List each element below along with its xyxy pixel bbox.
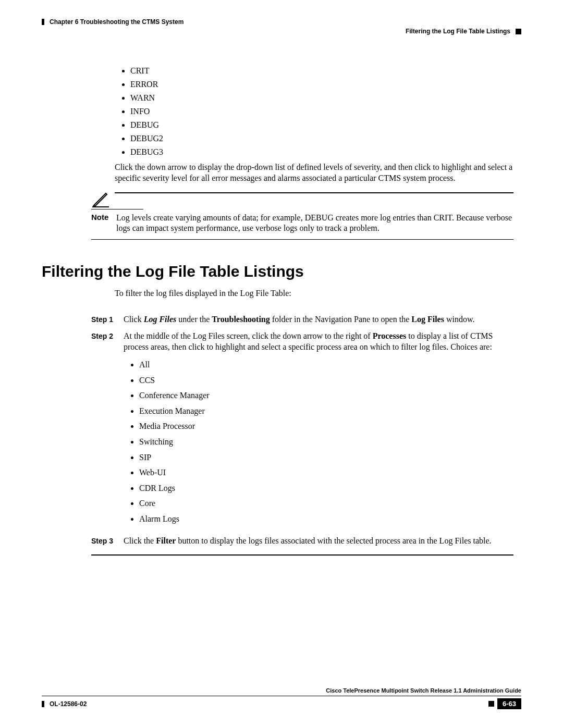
text-bold: Log Files bbox=[411, 315, 444, 324]
list-item: Media Processor bbox=[139, 421, 513, 432]
text: button to display the logs files associa… bbox=[176, 536, 491, 545]
intro-paragraph: To filter the log files displayed in the… bbox=[115, 289, 513, 298]
severity-list: CRIT ERROR WARN INFO DEBUG DEBUG2 DEBUG3 bbox=[115, 66, 513, 157]
divider bbox=[115, 192, 513, 193]
note-pencil-icon bbox=[91, 189, 110, 208]
section-ref-label: Filtering the Log File Table Listings bbox=[406, 28, 510, 35]
footer-ol: OL-12586-02 bbox=[42, 700, 87, 708]
step-body: Click Log Files under the Troubleshootin… bbox=[124, 314, 513, 325]
text-bold: Filter bbox=[156, 536, 176, 545]
severity-paragraph: Click the down arrow to display the drop… bbox=[115, 162, 513, 184]
step-body: At the middle of the Log Files screen, c… bbox=[124, 330, 513, 530]
step-2: Step 2 At the middle of the Log Files sc… bbox=[91, 330, 513, 530]
section-heading: Filtering the Log File Table Listings bbox=[42, 263, 521, 280]
footer: Cisco TelePresence Multipoint Switch Rel… bbox=[42, 687, 521, 709]
list-item: DEBUG3 bbox=[130, 147, 513, 157]
text: folder in the Navigation Pane to open th… bbox=[270, 315, 411, 324]
text-bolditalic: Log Files bbox=[144, 315, 177, 324]
footer-square-icon bbox=[488, 701, 494, 707]
list-item: Conference Manager bbox=[139, 390, 513, 401]
text: At the middle of the Log Files screen, c… bbox=[124, 331, 373, 340]
header-bar-icon bbox=[42, 19, 44, 25]
note-rule-top bbox=[91, 209, 143, 209]
list-item: DEBUG bbox=[130, 120, 513, 130]
header-section-ref: Filtering the Log File Table Listings bbox=[42, 28, 521, 35]
text: under the bbox=[176, 315, 212, 324]
text: window. bbox=[444, 315, 475, 324]
header-chapter: Chapter 6 Troubleshooting the CTMS Syste… bbox=[42, 18, 521, 26]
footer-page-wrap: 6-63 bbox=[488, 698, 521, 709]
list-item: Core bbox=[139, 498, 513, 509]
note-label: Note bbox=[91, 213, 116, 221]
step-label: Step 2 bbox=[91, 330, 124, 341]
note-text: Log levels create varying amounts of dat… bbox=[116, 213, 513, 235]
note-rule-bottom bbox=[91, 239, 513, 240]
divider bbox=[91, 554, 513, 556]
step-body: Click the Filter button to display the l… bbox=[124, 535, 513, 547]
chapter-label: Chapter 6 Troubleshooting the CTMS Syste… bbox=[50, 18, 183, 26]
list-item: SIP bbox=[139, 452, 513, 463]
list-item: INFO bbox=[130, 107, 513, 116]
list-item: Execution Manager bbox=[139, 405, 513, 417]
list-item: ERROR bbox=[130, 80, 513, 89]
footer-bar-icon bbox=[42, 701, 44, 707]
text: Click the bbox=[124, 536, 156, 545]
list-item: Web-UI bbox=[139, 467, 513, 478]
list-item: CRIT bbox=[130, 66, 513, 76]
step-label: Step 3 bbox=[91, 535, 124, 546]
list-item: CDR Logs bbox=[139, 483, 513, 494]
footer-page-number: 6-63 bbox=[497, 698, 521, 709]
text-bold: Processes bbox=[373, 331, 407, 340]
note-block: Note Log levels create varying amounts o… bbox=[91, 209, 513, 240]
list-item: DEBUG2 bbox=[130, 134, 513, 143]
text: Click bbox=[124, 315, 144, 324]
footer-rule bbox=[42, 696, 521, 696]
list-item: CCS bbox=[139, 375, 513, 386]
list-item: All bbox=[139, 359, 513, 371]
header-square-icon bbox=[516, 29, 521, 34]
list-item: WARN bbox=[130, 93, 513, 103]
list-item: Alarm Logs bbox=[139, 513, 513, 525]
step-label: Step 1 bbox=[91, 314, 124, 325]
text-bold: Troubleshooting bbox=[212, 315, 270, 324]
footer-guide-title: Cisco TelePresence Multipoint Switch Rel… bbox=[42, 687, 521, 694]
process-list: All CCS Conference Manager Execution Man… bbox=[124, 359, 513, 525]
list-item: Switching bbox=[139, 436, 513, 448]
step-3: Step 3 Click the Filter button to displa… bbox=[91, 535, 513, 547]
step-1: Step 1 Click Log Files under the Trouble… bbox=[91, 314, 513, 325]
footer-ol-label: OL-12586-02 bbox=[50, 700, 87, 708]
